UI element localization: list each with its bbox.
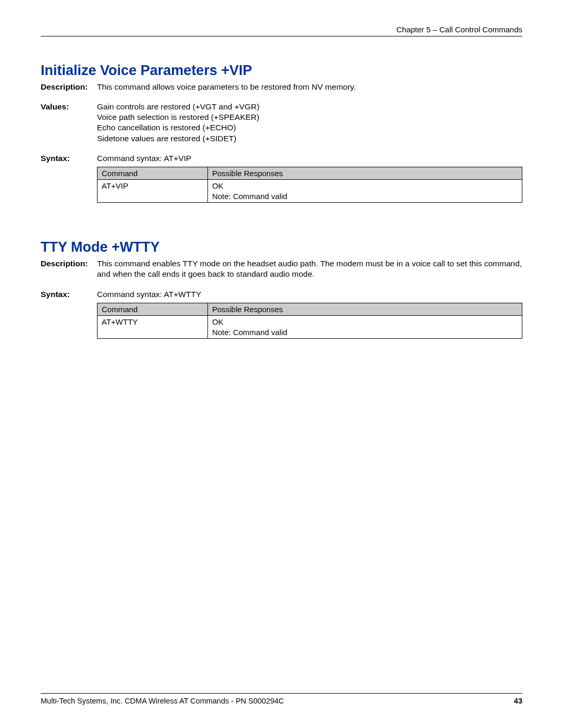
wtty-syntax-body: Command syntax: AT+WTTY Command Possible… — [97, 289, 522, 339]
td-command: AT+WTTY — [97, 316, 208, 339]
response-ok: OK — [212, 317, 224, 326]
wtty-command-table: Command Possible Responses AT+WTTY OK No… — [97, 303, 522, 339]
vip-command-table: Command Possible Responses AT+VIP OK Not… — [97, 167, 522, 203]
value-line: Gain controls are restored (+VGT and +VG… — [97, 102, 522, 112]
wtty-syntax-row: Syntax: Command syntax: AT+WTTY Command … — [41, 289, 522, 339]
label-description: Description: — [41, 258, 97, 269]
vip-syntax-body: Command syntax: AT+VIP Command Possible … — [97, 153, 522, 203]
table-row: AT+VIP OK Note: Command valid — [97, 180, 522, 203]
page-footer: Multi-Tech Systems, Inc. CDMA Wireless A… — [41, 693, 522, 705]
label-description: Description: — [41, 82, 97, 92]
value-line: Echo cancellation is restored (+ECHO) — [97, 122, 522, 133]
response-ok: OK — [212, 181, 224, 190]
vip-values-text: Gain controls are restored (+VGT and +VG… — [97, 102, 522, 144]
vip-syntax-text: Command syntax: AT+VIP — [97, 153, 522, 164]
label-values: Values: — [41, 102, 97, 112]
vip-syntax-row: Syntax: Command syntax: AT+VIP Command P… — [41, 153, 522, 203]
th-command: Command — [97, 167, 208, 180]
section-vip: Initialize Voice Parameters +VIP Descrip… — [41, 63, 522, 203]
vip-description-row: Description: This command allows voice p… — [41, 82, 522, 92]
section-title-wtty: TTY Mode +WTTY — [41, 239, 522, 255]
wtty-description-text: This command enables TTY mode on the hea… — [97, 258, 522, 279]
header-rule — [41, 36, 522, 36]
th-responses: Possible Responses — [207, 303, 522, 316]
th-command: Command — [97, 303, 208, 316]
wtty-syntax-text: Command syntax: AT+WTTY — [97, 289, 522, 300]
th-responses: Possible Responses — [207, 167, 522, 180]
page-content: Chapter 5 – Call Control Commands Initia… — [0, 0, 563, 339]
td-command: AT+VIP — [97, 180, 208, 203]
section-title-vip: Initialize Voice Parameters +VIP — [41, 63, 522, 79]
page-number: 43 — [514, 697, 522, 705]
label-syntax: Syntax: — [41, 153, 97, 164]
table-header-row: Command Possible Responses — [97, 303, 522, 316]
response-note: Note: Command valid — [212, 192, 287, 201]
footer-rule — [41, 693, 522, 694]
table-row: AT+WTTY OK Note: Command valid — [97, 316, 522, 339]
td-response: OK Note: Command valid — [207, 316, 522, 339]
label-syntax: Syntax: — [41, 289, 97, 300]
wtty-description-row: Description: This command enables TTY mo… — [41, 258, 522, 279]
chapter-header: Chapter 5 – Call Control Commands — [41, 25, 522, 36]
section-wtty: TTY Mode +WTTY Description: This command… — [41, 239, 522, 339]
vip-values-row: Values: Gain controls are restored (+VGT… — [41, 102, 522, 144]
vip-description-text: This command allows voice parameters to … — [97, 82, 522, 92]
value-line: Sidetone values are restored (+SIDET) — [97, 133, 522, 144]
td-response: OK Note: Command valid — [207, 180, 522, 203]
footer-text: Multi-Tech Systems, Inc. CDMA Wireless A… — [41, 697, 284, 705]
response-note: Note: Command valid — [212, 328, 287, 337]
value-line: Voice path selection is restored (+SPEAK… — [97, 112, 522, 122]
table-header-row: Command Possible Responses — [97, 167, 522, 180]
